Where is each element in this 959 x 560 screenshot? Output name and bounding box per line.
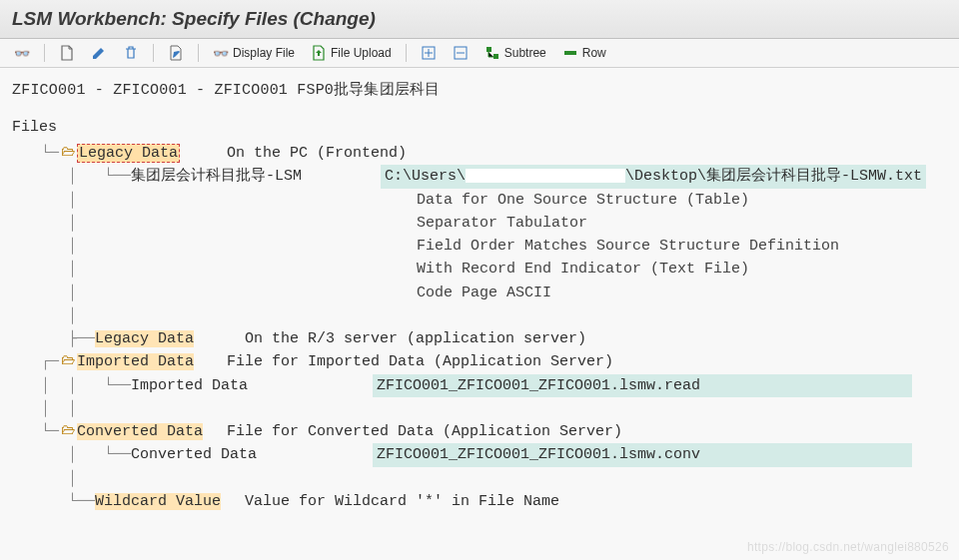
file-path: C:\Users\\Desktop\集团层会计科目批导-LSMW.txt — [381, 165, 926, 188]
file-upload-button[interactable]: File Upload — [305, 43, 398, 63]
node-label: Legacy Data — [77, 144, 180, 163]
folder-open-icon: 🗁 — [59, 420, 77, 442]
node-label: Wildcard Value — [95, 493, 221, 510]
node-label: Converted Data — [77, 423, 203, 440]
breadcrumb: ZFICO001 - ZFICO001 - ZFICO001 FSP0批导集团层… — [0, 68, 959, 103]
edit-file-button[interactable] — [162, 43, 190, 63]
file-path: ZFICO001_ZFICO001_ZFICO001.lsmw.read — [373, 374, 912, 397]
file-upload-icon — [311, 45, 327, 61]
file-attr: Separator Tabulator — [417, 212, 587, 235]
svg-rect-2 — [486, 47, 491, 52]
separator — [153, 44, 154, 62]
toolbar: 👓 👓Display File File Upload Subtree Row — [0, 39, 959, 68]
row-icon — [562, 45, 578, 61]
file-upload-label: File Upload — [331, 46, 392, 60]
svg-rect-4 — [564, 51, 576, 55]
files-section-label: Files — [0, 103, 959, 140]
display-all-button[interactable]: 👓 — [8, 44, 36, 63]
subtree-button[interactable]: Subtree — [479, 43, 552, 63]
tree-node-imported-file[interactable]: │ │ └── Imported Data ZFICO001_ZFICO001_… — [14, 374, 951, 397]
folder-open-icon: 🗁 — [59, 350, 77, 372]
subtree-label: Subtree — [504, 46, 546, 60]
file-label: Imported Data — [131, 374, 373, 397]
svg-rect-3 — [493, 54, 498, 59]
tree-node-imported[interactable]: ┌─ 🗁 Imported Data File for Imported Dat… — [14, 350, 951, 373]
glasses-icon: 👓 — [14, 46, 30, 61]
folder-open-icon: 🗁 — [59, 142, 77, 164]
tree-node-converted-file[interactable]: │ └── Converted Data ZFICO001_ZFICO001_Z… — [14, 443, 951, 466]
glasses-icon: 👓 — [213, 46, 229, 61]
row-button[interactable]: Row — [556, 43, 612, 63]
tree-node-legacy-pc[interactable]: └─ 🗁 Legacy Data On the PC (Frontend) — [14, 142, 951, 165]
node-desc: File for Imported Data (Application Serv… — [227, 350, 613, 373]
watermark: https://blog.csdn.net/wanglei880526 — [747, 540, 949, 554]
tree-node-legacy-pc-file[interactable]: │ └── 集团层会计科目批导-LSM C:\Users\\Desktop\集团… — [14, 165, 951, 188]
node-label: Legacy Data — [95, 330, 194, 347]
node-desc: On the PC (Frontend) — [227, 142, 407, 165]
edit-button[interactable] — [85, 43, 113, 63]
delete-button[interactable] — [117, 43, 145, 63]
node-label: Imported Data — [77, 353, 194, 370]
collapse-button[interactable] — [447, 43, 475, 63]
node-desc: On the R/3 server (application server) — [245, 327, 586, 350]
node-desc: Value for Wildcard '*' in File Name — [245, 490, 559, 513]
files-tree: └─ 🗁 Legacy Data On the PC (Frontend) │ … — [0, 140, 959, 521]
collapse-icon — [453, 45, 469, 61]
file-attr: Code Page ASCII — [417, 281, 551, 304]
file-label: 集团层会计科目批导-LSM — [131, 165, 381, 188]
tree-node-legacy-r3[interactable]: ├── Legacy Data On the R/3 server (appli… — [14, 327, 951, 350]
tree-node-converted[interactable]: └─ 🗁 Converted Data File for Converted D… — [14, 420, 951, 443]
tree-node-wildcard[interactable]: └── Wildcard Value Value for Wildcard '*… — [14, 490, 951, 513]
file-attr: With Record End Indicator (Text File) — [417, 258, 749, 280]
row-label: Row — [582, 46, 606, 60]
subtree-icon — [484, 45, 500, 61]
file-path: ZFICO001_ZFICO001_ZFICO001.lsmw.conv — [373, 443, 912, 466]
separator — [406, 44, 407, 62]
expand-button[interactable] — [415, 43, 443, 63]
page-title: LSM Workbench: Specify Files (Change) — [0, 0, 959, 39]
separator — [198, 44, 199, 62]
file-attr: Data for One Source Structure (Table) — [417, 189, 749, 212]
expand-icon — [421, 45, 437, 61]
file-attr: Field Order Matches Source Structure Def… — [417, 235, 839, 258]
display-file-label: Display File — [233, 46, 295, 60]
separator — [44, 44, 45, 62]
pencil-icon — [91, 45, 107, 61]
trash-icon — [123, 45, 139, 61]
file-pencil-icon — [168, 45, 184, 61]
node-desc: File for Converted Data (Application Ser… — [227, 420, 622, 443]
display-file-button[interactable]: 👓Display File — [207, 44, 301, 63]
blank-file-icon — [59, 45, 75, 61]
obscured-user — [466, 169, 625, 183]
file-label: Converted Data — [131, 443, 373, 466]
new-button[interactable] — [53, 43, 81, 63]
